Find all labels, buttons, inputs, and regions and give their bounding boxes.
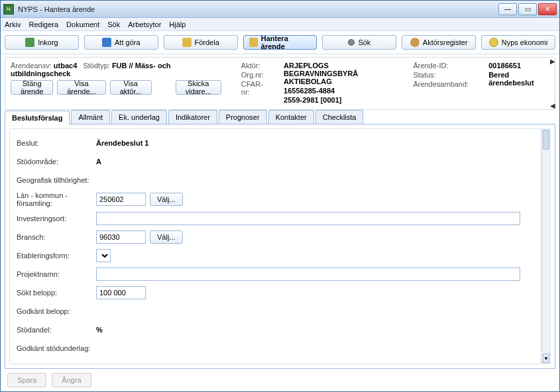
stodandel-label: Stödandel: <box>17 326 96 334</box>
undo-button[interactable]: Ångra <box>52 373 91 387</box>
arendeid-label: Ärende-ID: <box>413 62 469 70</box>
status-label: Status: <box>413 71 469 79</box>
arendeid-value: 00186651 <box>488 62 549 70</box>
investeringsort-input[interactable] <box>96 212 520 225</box>
tab-beslutsforslag[interactable]: Beslutsförslag <box>5 111 70 124</box>
actor-registry-icon <box>410 38 420 47</box>
geografisk-label: Geografisk tillhörighet: <box>17 176 149 184</box>
menu-dokument[interactable]: Dokument <box>66 21 99 28</box>
economy-icon <box>489 38 498 47</box>
stodtyp-label: Stödtyp: <box>83 62 109 70</box>
form-scroll-area: Beslut:Ärendebeslut 1 Stödområde:A Geogr… <box>9 128 541 364</box>
tab-ek-underlag[interactable]: Ek. underlag <box>111 110 167 124</box>
stodomrade-label: Stödområde: <box>17 158 96 166</box>
lan-label: Län - kommun - församling: <box>17 191 96 207</box>
bransch-input[interactable] <box>96 230 146 244</box>
beslutsdatum-label: Beslutsdatum: <box>17 363 96 364</box>
maximize-button[interactable]: ▭ <box>518 3 537 15</box>
menu-sok[interactable]: Sök <box>107 21 120 28</box>
godkant-belopp-label: Godkänt belopp: <box>17 307 96 315</box>
menu-hjalp[interactable]: Hjälp <box>169 21 186 28</box>
stodomrade-value: A <box>96 158 101 166</box>
triangle-left-icon: ◀ <box>550 102 555 109</box>
menu-redigera[interactable]: Redigera <box>28 21 58 28</box>
stodandel-value: % <box>96 326 103 334</box>
etableringsform-label: Etableringsform: <box>17 252 96 260</box>
distribute-icon <box>182 38 192 47</box>
view-case-button[interactable]: Visa ärende... <box>57 80 105 95</box>
title-bar: N NYPS - Hantera ärende — ▭ ✕ <box>1 1 559 18</box>
window-title: NYPS - Hantera ärende <box>18 5 498 13</box>
app-icon: N <box>3 4 14 15</box>
aktor-label: Aktör: <box>241 62 264 70</box>
menu-arbetsytor[interactable]: Arbetsytor <box>128 21 161 28</box>
close-case-button[interactable]: Stäng ärende <box>11 80 53 95</box>
scroll-down-icon[interactable]: ▼ <box>543 354 549 363</box>
section-scroll-arrows[interactable]: ▶ ◀ <box>549 58 557 109</box>
tab-checklista[interactable]: Checklista <box>315 110 364 124</box>
menu-bar: Arkiv Redigera Dokument Sök Arbetsytor H… <box>1 18 559 31</box>
case-icon <box>249 38 258 47</box>
menu-arkiv[interactable]: Arkiv <box>5 21 21 28</box>
toolbar-sok[interactable]: Sök <box>322 35 396 50</box>
investeringsort-label: Investeringsort: <box>17 215 96 222</box>
sokt-belopp-input[interactable] <box>96 286 146 299</box>
cfar-value: 2559-2981 [0001] <box>284 96 393 104</box>
lan-input[interactable] <box>96 193 146 206</box>
tab-allmant[interactable]: Allmänt <box>71 110 110 124</box>
inbox-icon <box>25 38 34 47</box>
tab-kontakter[interactable]: Kontakter <box>268 110 314 124</box>
triangle-right-icon: ▶ <box>550 58 555 65</box>
view-actor-button[interactable]: Visa aktör... <box>110 80 152 95</box>
vertical-scrollbar[interactable]: ▲ ▼ <box>541 128 551 364</box>
form-panel: Beslut:Ärendebeslut 1 Stödområde:A Geogr… <box>5 124 555 369</box>
orgnr-value: 16556285-4884 <box>284 87 393 95</box>
beslut-label: Beslut: <box>17 139 96 147</box>
bransch-valj-button[interactable]: Välj... <box>150 230 183 244</box>
projektnamn-input[interactable] <box>96 268 520 281</box>
aktor-value: ARJEPLOGS BEGRAVNINGSBYRÅ AKTIEBOLAG <box>284 62 393 85</box>
beslut-value: Ärendebeslut 1 <box>96 139 148 147</box>
etableringsform-select[interactable] <box>96 249 111 262</box>
footer-buttons: Spara Ångra <box>1 369 559 391</box>
arendeansv-label: Ärendeansv: <box>11 62 52 70</box>
tab-prognoser[interactable]: Prognoser <box>219 110 267 124</box>
toolbar-inkorg[interactable]: Inkorg <box>5 35 79 50</box>
close-button[interactable]: ✕ <box>538 3 557 15</box>
cfar-label: CFAR-nr: <box>241 80 264 96</box>
projektnamn-label: Projektnamn: <box>17 270 96 278</box>
arendeansv-value: utbac4 <box>54 62 77 70</box>
scroll-thumb[interactable] <box>543 130 549 150</box>
orgnr-label: Org.nr: <box>241 71 264 79</box>
search-icon <box>348 39 355 46</box>
toolbar-aktorsregister[interactable]: Aktörsregister <box>402 35 476 50</box>
tab-indikatorer[interactable]: Indikatorer <box>168 110 217 124</box>
tab-strip: Beslutsförslag Allmänt Ek. underlag Indi… <box>5 110 555 124</box>
status-value: Bered ärendebeslut <box>488 71 549 87</box>
samband-label: Ärendesamband: <box>413 80 469 88</box>
minimize-button[interactable]: — <box>498 3 517 15</box>
toolbar-hantera-arende[interactable]: Hantera ärende <box>243 35 317 50</box>
main-toolbar: Inkorg Att göra Fördela Hantera ärende S… <box>1 31 559 54</box>
case-header: Ärendeansv: utbac4 Stödtyp: FUB // Mäss-… <box>5 57 555 110</box>
forward-button[interactable]: Skicka vidare... <box>176 80 221 95</box>
toolbar-fordela[interactable]: Fördela <box>164 35 238 50</box>
todo-icon <box>102 38 111 47</box>
save-button[interactable]: Spara <box>7 373 46 387</box>
bransch-label: Bransch: <box>17 233 96 241</box>
lan-valj-button[interactable]: Välj... <box>150 193 183 206</box>
toolbar-att-gora[interactable]: Att göra <box>84 35 158 50</box>
sokt-belopp-label: Sökt belopp: <box>17 289 96 297</box>
godkant-stodunderlag-label: Godkänt stödunderlag: <box>17 344 149 352</box>
toolbar-nyps-ekonomi[interactable]: Nyps ekonomi <box>481 35 555 50</box>
